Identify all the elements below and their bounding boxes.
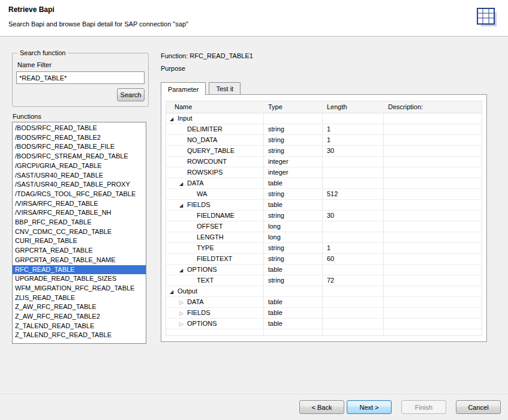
next-button[interactable]: Next > [347,400,392,414]
column-header-description[interactable]: Description: [383,101,482,113]
param-table-row[interactable]: ◢Input [166,113,482,124]
param-table-row[interactable]: ▷FIELDStable [166,308,482,319]
param-table-row[interactable]: WAstring512 [166,189,482,200]
tree-expanded-icon[interactable]: ◢ [179,179,187,188]
param-length: 1 [322,243,383,253]
tree-expanded-icon[interactable]: ◢ [170,287,178,296]
param-name: FIELDNAME [197,212,235,219]
tree-expanded-icon[interactable]: ◢ [179,265,187,275]
param-name: DATA [187,179,204,187]
column-header-name[interactable]: Name [166,101,263,113]
param-description [383,200,482,210]
function-list-item[interactable]: Z_AW_RFC_READ_TABLE [13,302,146,312]
param-table-row[interactable]: ◢DATAtable [166,178,482,189]
param-table-row[interactable]: OFFSETlong [166,221,482,232]
function-list-item[interactable]: ZLIS_READ_TABLE [13,293,146,303]
function-list-item[interactable]: Z_TALEND_RFC_READ_TABLE [13,331,146,340]
name-filter-input[interactable] [16,71,145,84]
param-length [322,232,383,242]
param-description [383,167,482,178]
function-list-item[interactable]: GRPCRTA_READ_TABLE [13,246,146,256]
param-length [322,157,383,167]
param-type [263,113,322,124]
param-table-row[interactable]: ▷OPTIONStable [166,319,482,329]
param-length [322,200,383,210]
param-table-row[interactable]: TYPEstring1 [166,243,482,254]
tree-expanded-icon[interactable]: ◢ [179,200,187,210]
tree-collapsed-icon[interactable]: ▷ [179,298,187,307]
param-name: DELIMITER [187,125,223,133]
param-description [383,297,482,307]
param-description [383,265,482,275]
param-description [383,232,482,242]
table-grid-icon [476,7,498,29]
purpose-label: Purpose [161,65,185,72]
search-button[interactable]: Search [117,88,145,101]
back-button[interactable]: < Back [299,400,344,414]
param-type [263,286,322,296]
param-description [383,275,482,286]
param-name: OFFSET [197,223,223,230]
param-table-row[interactable]: DELIMITERstring1 [166,124,482,135]
tab-parameter[interactable]: Parameter [161,82,206,95]
param-length: 30 [322,211,383,221]
function-list-item[interactable]: Z_AW_RFC_READ_TABLE2 [13,312,146,322]
param-table-row[interactable]: ◢OPTIONStable [166,265,482,275]
function-list-item[interactable]: GRPCRTA_READ_TABLE_NAME [13,256,146,265]
function-list-item[interactable]: /VIRSA/RFC_READ_TABLE_NH [13,208,146,218]
cancel-button[interactable]: Cancel [456,400,501,414]
function-list-item[interactable]: /VIRSA/RFC_READ_TABLE [13,199,146,209]
param-name: Output [178,287,197,295]
param-table-row[interactable]: TEXTstring72 [166,275,482,286]
function-list-item[interactable]: /GRCPI/GRIA_READ_TABLE [13,161,146,171]
function-list-item[interactable]: Z_TALEND_READ_TABLE [13,322,146,331]
functions-list[interactable]: /BODS/RFC_READ_TABLE/BODS/RFC_READ_TABLE… [12,122,146,344]
param-type: table [263,200,322,210]
function-list-item[interactable]: /BODS/RFC_READ_TABLE [13,124,146,133]
function-list-item[interactable]: CURI_READ_TABLE [13,236,146,246]
param-type: string [263,254,322,264]
function-list-item[interactable]: /BODS/RFC_READ_TABLE_FILE [13,142,146,152]
param-description [383,135,482,145]
function-list-item[interactable]: WFM_MIGRATION_RFC_READ_TABLE [13,284,146,293]
param-table-body: ◢InputDELIMITERstring1NO_DATAstring1QUER… [166,113,482,329]
function-list-item[interactable]: BBP_RFC_READ_TABLE [13,218,146,227]
param-table-header: Name Type Length Description: [166,101,482,113]
param-description [383,211,482,221]
param-type: table [263,308,322,318]
param-table-row[interactable]: LENGTHlong [166,232,482,243]
function-list-item[interactable]: /BODS/RFC_STREAM_READ_TABLE [13,152,146,161]
function-list-item[interactable]: /TDAG/RCS_TOOL_RFC_READ_TABLE [13,190,146,199]
param-type: string [263,146,322,156]
column-header-type[interactable]: Type [263,101,322,113]
function-list-item[interactable]: RFC_READ_TABLE [13,265,146,275]
param-table-row[interactable]: ◢FIELDStable [166,200,482,211]
detail-tabs: Parameter Test it [161,82,242,95]
param-table-row[interactable]: NO_DATAstring1 [166,135,482,146]
tree-collapsed-icon[interactable]: ▷ [179,319,187,329]
param-description [383,124,482,134]
tree-collapsed-icon[interactable]: ▷ [179,308,187,318]
param-length [322,286,383,296]
param-table-row[interactable]: FIELDNAMEstring30 [166,211,482,221]
tree-expanded-icon[interactable]: ◢ [170,114,178,124]
function-list-item[interactable]: /SAST/USR40_READ_TABLE [13,171,146,181]
param-name: TYPE [197,244,214,251]
column-header-length[interactable]: Length [322,101,383,113]
function-list-item[interactable]: UPGRADE_READ_TABLE_SIZES [13,274,146,284]
param-table-row[interactable]: FIELDTEXTstring60 [166,254,482,265]
function-list-item[interactable]: /SAST/USR40_READ_TABLE_PROXY [13,180,146,190]
param-table-row[interactable]: QUERY_TABLEstring30 [166,146,482,157]
param-description [383,178,482,188]
param-table-row[interactable]: ▷DATAtable [166,297,482,308]
tab-test-it[interactable]: Test it [209,82,241,94]
function-list-item[interactable]: /BODS/RFC_READ_TABLE2 [13,133,146,143]
param-table-row[interactable]: ROWCOUNTinteger [166,157,482,167]
param-table-row[interactable]: ROWSKIPSinteger [166,167,482,178]
function-list-item[interactable]: CNV_CDMC_CC_READ_TABLE [13,227,146,237]
param-type: string [263,243,322,253]
param-table-row[interactable]: ◢Output [166,286,482,297]
param-name: FIELDTEXT [197,255,232,262]
finish-button[interactable]: Finish [401,400,446,414]
param-name: OPTIONS [187,320,217,327]
